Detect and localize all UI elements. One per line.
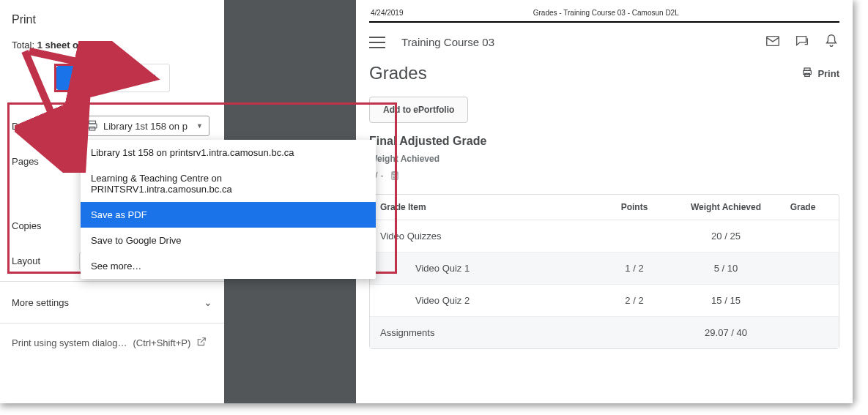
dropdown-item-printer1[interactable]: Library 1st 158 on printsrv1.intra.camos… [81,140,376,165]
chevron-down-icon: ▼ [196,122,203,130]
svg-rect-2 [89,127,95,131]
pages-label: Pages [12,156,79,167]
table-header: Grade Item Points Weight Achieved Grade [370,195,839,220]
top-icons [765,33,839,51]
dropdown-item-google-drive[interactable]: Save to Google Drive [81,228,376,253]
th-points: Points [594,202,675,212]
grades-header: Grades Print [369,63,839,83]
table-row: Video Quiz 1 1 / 2 5 / 10 [370,253,839,285]
add-to-eportfolio-button[interactable]: Add to ePortfolio [369,97,468,123]
th-item: Grade Item [380,202,594,212]
svg-point-10 [394,176,395,176]
course-name: Training Course 03 [401,36,494,48]
print-button-highlight: Print [54,64,106,92]
print-preview: 4/24/2019 Grades - Training Course 03 - … [356,0,853,403]
svg-rect-3 [767,37,779,46]
grades-title: Grades [369,63,427,83]
total-sheets: Total: 1 sheet of paper [12,40,212,51]
system-dialog-link[interactable]: Print using system dialog… (Ctrl+Shift+P… [12,326,212,359]
calculator-icon [390,171,400,181]
svg-point-11 [396,176,396,176]
print-link[interactable]: Print [801,67,839,81]
button-row: Print Cancel [12,64,212,92]
layout-label: Layout [12,255,79,266]
grades-table: Grade Item Points Weight Achieved Grade … [369,194,839,349]
dropdown-item-save-pdf[interactable]: Save as PDF [81,202,376,228]
destination-select[interactable]: Library 1st 158 on p ▼ [79,116,209,136]
table-row: Assignments 29.07 / 40 [370,317,839,348]
divider [0,281,224,282]
svg-point-12 [393,177,393,178]
cancel-button[interactable]: Cancel [112,64,169,92]
preview-header: 4/24/2019 Grades - Training Course 03 - … [369,7,839,21]
copies-label: Copies [12,220,79,231]
svg-point-14 [396,177,396,178]
destination-row: Destination Library 1st 158 on p ▼ [12,108,212,143]
svg-point-13 [394,177,395,178]
printer-icon [86,119,99,132]
destination-dropdown: Library 1st 158 on printsrv1.intra.camos… [81,140,376,279]
mail-icon[interactable] [765,33,781,51]
divider [0,323,224,324]
th-weight: Weight Achieved [675,202,777,212]
destination-label: Destination [12,121,79,132]
table-row: Video Quizzes 20 / 25 [370,220,839,253]
preview-date: 4/24/2019 [371,9,404,17]
course-header: Training Course 03 [369,33,839,51]
printer-icon [801,67,813,81]
hamburger-menu-icon[interactable] [369,37,385,48]
weight-achieved-label: Weight Achieved [369,154,839,164]
dropdown-item-see-more[interactable]: See more… [81,253,376,279]
chat-icon[interactable] [794,33,810,51]
more-settings[interactable]: More settings ⌄ [12,285,212,320]
open-external-icon [196,337,207,349]
dropdown-item-printer2[interactable]: Learning & Teaching Centre on PRINTSRV1.… [81,165,376,202]
print-button[interactable]: Print [56,66,104,90]
table-row: Video Quiz 2 2 / 2 15 / 15 [370,285,839,317]
print-title: Print [12,13,212,26]
th-grade: Grade [777,202,828,212]
svg-rect-6 [805,73,810,76]
weight-achieved-value: - / - [369,170,839,181]
svg-rect-8 [393,172,397,173]
chevron-down-icon: ⌄ [204,296,212,308]
preview-page-title: Grades - Training Course 03 - Camosun D2… [533,9,679,17]
preview-rule [369,21,839,23]
destination-value: Library 1st 158 on p [103,121,193,132]
bell-icon[interactable] [823,33,839,51]
svg-point-9 [393,176,393,176]
final-adjusted-grade-title: Final Adjusted Grade [369,135,839,148]
